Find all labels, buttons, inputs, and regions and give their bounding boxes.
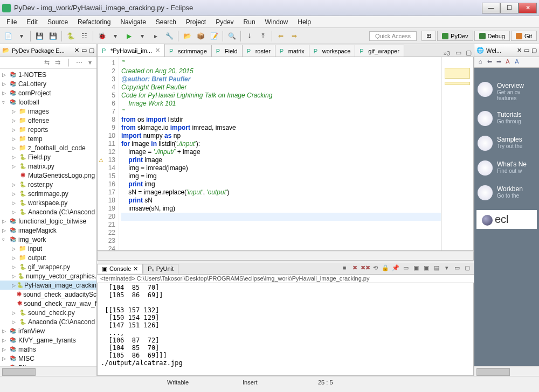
- tree-item[interactable]: ▷scrimmage.py: [0, 189, 96, 198]
- tree-item[interactable]: ▷reports: [0, 125, 96, 134]
- tree-item[interactable]: ▷1-NOTES: [0, 70, 96, 79]
- tree-item[interactable]: ▷cornProject: [0, 88, 96, 97]
- home-icon[interactable]: ⌂: [476, 58, 484, 66]
- debug-button[interactable]: 🐞: [96, 30, 108, 42]
- menu-navigate[interactable]: Navigate: [116, 17, 150, 27]
- welcome-hscrollbar[interactable]: [474, 366, 539, 376]
- tree-item[interactable]: ▷matrix.py: [0, 162, 96, 171]
- perspective-pydev[interactable]: PyDev: [437, 31, 473, 41]
- terminate-icon[interactable]: ■: [340, 264, 349, 273]
- editor-tab[interactable]: Proster: [242, 45, 275, 57]
- menu-run[interactable]: Run: [239, 17, 260, 27]
- welcome-item[interactable]: WorkbenGo to the: [478, 185, 536, 200]
- open-perspective-button[interactable]: ⊞: [421, 31, 436, 41]
- next-annotation-button[interactable]: ⤓: [244, 30, 255, 42]
- debug-dropdown[interactable]: ▾: [109, 30, 121, 42]
- tree-item[interactable]: ▷gif_wrapper.py: [0, 262, 96, 271]
- external-tools-button[interactable]: 🔧: [163, 30, 175, 42]
- enlarge-icon[interactable]: A: [513, 58, 521, 66]
- editor-tab[interactable]: Pgif_wrapper: [355, 45, 404, 57]
- code-area[interactable]: '''Created on Aug 20, 2015@author: Brett…: [119, 57, 441, 250]
- tree-hscrollbar[interactable]: [0, 366, 96, 376]
- tree-item[interactable]: ▷sound_check.py: [0, 308, 96, 317]
- console-min-icon[interactable]: ▭: [453, 264, 461, 273]
- link-editor-icon[interactable]: ⇉: [53, 59, 62, 67]
- editor-tab[interactable]: Pworkspace: [309, 45, 356, 57]
- forward-button[interactable]: ➡: [288, 30, 300, 42]
- menu-edit[interactable]: Edit: [22, 17, 42, 27]
- remove-all-icon[interactable]: ✖✖: [361, 264, 369, 273]
- overview-ruler[interactable]: [441, 57, 473, 250]
- remove-launch-icon[interactable]: ✖: [350, 264, 359, 273]
- minimize-button[interactable]: [482, 3, 500, 13]
- filter-icon[interactable]: │: [64, 59, 73, 67]
- new-dropdown[interactable]: ▾: [16, 30, 27, 42]
- scroll-lock-icon[interactable]: 🔒: [381, 264, 390, 273]
- menu-help[interactable]: Help: [293, 17, 315, 27]
- editor-maximize-icon[interactable]: ▢: [464, 49, 474, 57]
- maximize-button[interactable]: [500, 3, 519, 13]
- search-button[interactable]: 🔍: [226, 30, 238, 42]
- tree-item[interactable]: ▷CaLottery: [0, 79, 96, 88]
- new-module-button[interactable]: 📝: [208, 30, 220, 42]
- prev-annotation-button[interactable]: ⤒: [257, 30, 269, 42]
- run-button[interactable]: ▶: [123, 30, 135, 42]
- menu-source[interactable]: Source: [43, 17, 72, 27]
- tree-item[interactable]: ▷MISC: [0, 354, 96, 363]
- tab-close-icon[interactable]: ✕: [155, 47, 160, 54]
- welcome-body[interactable]: OverviewGet an ov featuresTutorialsGo th…: [474, 68, 539, 366]
- menu-search[interactable]: Search: [151, 17, 181, 27]
- welcome-item[interactable]: What's NeFind out w: [478, 160, 536, 176]
- back-button[interactable]: ⬅: [275, 30, 287, 42]
- tree-item[interactable]: ▷input: [0, 244, 96, 253]
- welcome-close-icon[interactable]: ✕: [517, 47, 522, 54]
- display-selected-icon[interactable]: ▭: [402, 264, 410, 273]
- open-console-icon[interactable]: ▣: [412, 264, 420, 273]
- tree-item[interactable]: ▷Anaconda (C:\Anacond: [0, 207, 96, 216]
- tree-item[interactable]: ▷Field.py: [0, 152, 96, 162]
- console-max-icon[interactable]: ▢: [463, 264, 472, 273]
- view-close-icon[interactable]: ✕: [74, 47, 79, 54]
- welcome-min-icon[interactable]: ▭: [524, 47, 529, 54]
- perspective-git[interactable]: Git: [511, 31, 537, 41]
- welcome-item[interactable]: SamplesTry out the: [478, 136, 536, 151]
- editor-tab[interactable]: Pmatrix: [275, 45, 309, 57]
- working-sets-icon[interactable]: ⋯: [75, 59, 84, 67]
- python-run-icon[interactable]: 🐍: [65, 30, 77, 42]
- console-output[interactable]: [104 85 70] [105 86 69]] [[153 157 132] …: [97, 283, 474, 376]
- nav-fwd-icon[interactable]: ➡: [495, 58, 502, 66]
- clear-console-icon[interactable]: ⟲: [371, 264, 379, 273]
- tree-item[interactable]: ▷irfanView: [0, 326, 96, 335]
- run-dropdown[interactable]: ▾: [136, 30, 148, 42]
- code-editor[interactable]: 1234567891011121314151617181920212223242…: [97, 57, 474, 251]
- tree-item[interactable]: ▷numpy_vector_graphics.: [0, 271, 96, 281]
- collapse-all-icon[interactable]: ⇆: [43, 59, 51, 67]
- new-package-button[interactable]: 📦: [195, 30, 206, 42]
- new-console-icon[interactable]: ▣: [422, 264, 431, 273]
- welcome-item[interactable]: OverviewGet an ov features: [478, 82, 536, 101]
- reduce-icon[interactable]: A: [504, 58, 512, 66]
- tree-item[interactable]: ▷images: [0, 107, 96, 116]
- editor-minimize-icon[interactable]: ▭: [453, 49, 464, 57]
- pin-console-icon[interactable]: 📌: [391, 264, 400, 273]
- import-button[interactable]: ☷: [78, 30, 90, 42]
- tree-item[interactable]: ▷PyHawaii_image_crackin: [0, 281, 96, 290]
- new-folder-button[interactable]: 📂: [181, 30, 193, 42]
- tree-item[interactable]: ▷maths: [0, 345, 96, 354]
- tree-item[interactable]: ▷roster.py: [0, 180, 96, 189]
- menu-project[interactable]: Project: [182, 17, 210, 27]
- tree-item[interactable]: ▷z_football_old_code: [0, 143, 96, 152]
- project-tree[interactable]: ▷1-NOTES▷CaLottery▷cornProject▿football▷…: [0, 69, 96, 366]
- editor-tab[interactable]: P*PyHawaii_im...✕: [97, 44, 165, 57]
- tree-item[interactable]: ▿img_work: [0, 235, 96, 244]
- tree-item[interactable]: ▿football: [0, 97, 96, 107]
- editor-hscrollbar[interactable]: [97, 251, 474, 261]
- quick-access-input[interactable]: Quick Access: [369, 31, 417, 41]
- tree-item[interactable]: sound_check_raw_wav_f: [0, 299, 96, 308]
- tree-item[interactable]: ▷KIVY_game_tyrants: [0, 335, 96, 345]
- tree-item[interactable]: ▷output: [0, 253, 96, 262]
- save-all-button[interactable]: 💾: [47, 30, 59, 42]
- tree-item[interactable]: ▷functional_logic_bitwise: [0, 216, 96, 226]
- tree-item[interactable]: MutaGeneticsLogo.png: [0, 171, 96, 180]
- view-minimize-icon[interactable]: ▭: [81, 47, 87, 54]
